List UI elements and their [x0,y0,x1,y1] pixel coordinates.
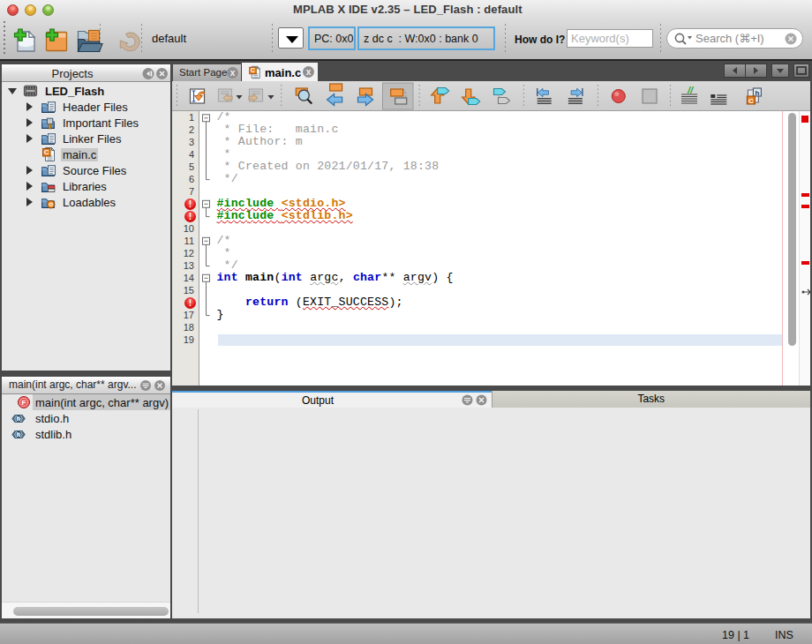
svg-text:h: h [755,89,759,97]
svg-text://: // [687,85,695,95]
svg-text:C: C [748,97,754,105]
